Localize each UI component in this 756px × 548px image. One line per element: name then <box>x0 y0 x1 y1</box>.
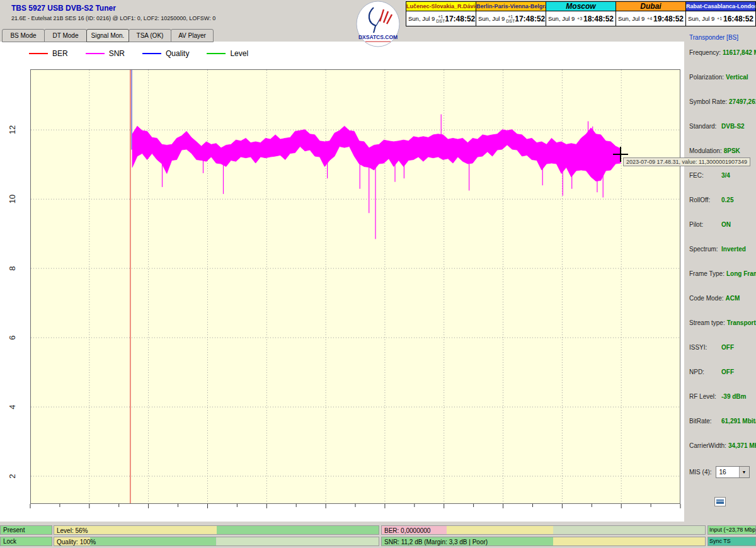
field-value: Long Frame <box>726 270 756 277</box>
tab-bar: BS ModeDT ModeSignal Mon.TSA (OK)AV Play… <box>3 29 214 42</box>
field-fec: FEC:3/4 <box>684 171 756 196</box>
clock-offset: +1DST <box>436 14 445 23</box>
field-label: Standard: <box>689 123 719 130</box>
clock-time: Sun, Jul 9+116:48:52 <box>686 11 755 26</box>
app-window: TBS 5927 USB DVB-S2 Tuner 21.6E - Eutels… <box>0 0 756 548</box>
clock-moscow: MoscowSun, Jul 9+318:48:52 <box>546 1 616 26</box>
field-value: 0.25 <box>721 197 733 203</box>
tab-tsa-ok[interactable]: TSA (OK) <box>129 29 171 42</box>
progress-segment <box>447 526 553 534</box>
progress-segment <box>553 537 705 545</box>
progress-segment <box>90 537 217 545</box>
clock-berlin-paris-vienna-belgrade: Berlin-Paris-Vienna-BelgradeSun, Jul 9+1… <box>476 1 546 26</box>
clock-time-value: 19:48:52 <box>653 14 684 23</box>
field-value: Inverted <box>721 246 746 253</box>
progress-ber: BER: 0,0000000 <box>381 525 706 535</box>
status-present: Present <box>0 525 52 535</box>
mis-value: 16 <box>716 469 739 476</box>
table-list-button[interactable] <box>714 497 726 506</box>
title-block: TBS 5927 USB DVB-S2 Tuner 21.6E - Eutels… <box>11 4 215 21</box>
field-value: 3/4 <box>721 172 730 179</box>
field-frequency: Frequency:11617,842 MHz <box>684 49 756 73</box>
clock-dst-flag: DST <box>506 19 515 23</box>
legend-line-ber <box>29 53 48 54</box>
field-value: 61,291 Mbit/s <box>721 418 756 425</box>
svg-text:DXSATCS.COM: DXSATCS.COM <box>358 34 398 40</box>
clock-date: Sun, Jul 9 <box>408 15 435 22</box>
field-value: Vertical <box>726 74 748 81</box>
field-label: Modulation: <box>689 147 722 154</box>
field-label: Polarization: <box>689 74 724 81</box>
field-label: Spectrum: <box>689 246 719 253</box>
legend-item-ber: BER <box>29 49 68 58</box>
field-code-mode: Code Mode:ACM <box>684 294 756 319</box>
window-subtitle: 21.6E - Eutelsat 21B SES 16 (ID: 0216) @… <box>11 15 215 21</box>
field-label: Frame Type: <box>689 270 724 277</box>
clock-time-value: 17:48:52 <box>515 14 545 23</box>
legend-item-quality: Quality <box>142 49 189 58</box>
field-value: ACM <box>725 295 740 302</box>
snr-chart-svg <box>30 69 680 515</box>
tab-dt-mode[interactable]: DT Mode <box>44 29 87 42</box>
field-label: CarrierWidth: <box>689 442 726 449</box>
clock-lu-enec-slovakia-r-d-vid: Lučenec-Slovakia_R.DávidSun, Jul 9+1DST1… <box>406 1 476 26</box>
field-value: 11617,842 MHz <box>723 49 756 56</box>
tab-signal-mon[interactable]: Signal Mon. <box>86 29 129 42</box>
window-title: TBS 5927 USB DVB-S2 Tuner <box>11 4 215 13</box>
tab-av-player[interactable]: AV Player <box>171 29 214 42</box>
chart-panel: BERSNRQualityLevel 24681012 2023-07-09 1… <box>0 42 684 522</box>
clock-time-value: 17:48:52 <box>445 14 475 23</box>
field-polarization: Polarization:Vertical <box>684 73 756 98</box>
clock-dst-flag: DST <box>436 19 445 23</box>
clock-date: Sun, Jul 9 <box>548 15 575 22</box>
field-issyi: ISSYI:OFF <box>684 343 756 368</box>
clock-date: Sun, Jul 9 <box>688 15 714 22</box>
field-standard: Standard:DVB-S2 <box>684 122 756 147</box>
clock-city-label: Lučenec-Slovakia_R.Dávid <box>406 2 476 11</box>
field-spectrum: Spectrum:Inverted <box>684 245 756 270</box>
field-npd: NPD:OFF <box>684 368 756 392</box>
progress-level: Level: 56% <box>54 525 379 535</box>
mis-select[interactable]: 16 ▼ <box>716 466 750 478</box>
progress-snr: SNR: 11,2 dB (Margin: 3,3 dB | Poor) <box>381 537 706 546</box>
clock-utc-offset: +1 <box>506 14 515 19</box>
progress-quality: Quality: 100% <box>54 537 379 546</box>
clock-time: Sun, Jul 9+318:48:52 <box>546 11 616 26</box>
field-label: NPD: <box>689 368 719 375</box>
clock-offset: +1DST <box>506 14 515 23</box>
status-lock: Lock <box>0 537 52 546</box>
clock-utc-offset: +1 <box>716 16 723 21</box>
chart-tooltip: 2023-07-09 17.48.31, value: 11,300000190… <box>623 157 750 166</box>
snr-plot[interactable]: 2023-07-09 17.48.31, value: 11,300000190… <box>30 69 680 515</box>
tab-bs-mode[interactable]: BS Mode <box>2 29 45 42</box>
clock-utc-offset: +1 <box>436 14 445 19</box>
status-row2: LockQuality: 100%SNR: 11,2 dB (Margin: 3… <box>0 537 756 546</box>
legend-line-level <box>207 53 226 54</box>
field-pilot: Pilot:ON <box>684 220 756 245</box>
field-label: Symbol Rate: <box>689 98 727 105</box>
legend-line-quality <box>142 53 161 54</box>
legend-label: Quality <box>166 49 189 58</box>
crosshair-icon <box>620 147 621 162</box>
field-value: OFF <box>721 344 734 351</box>
progress-label: BER: 0,0000000 <box>384 527 430 535</box>
field-label: BitRate: <box>689 418 719 425</box>
clock-utc-offset: +4 <box>646 16 653 21</box>
y-tick-6: 6 <box>8 331 21 345</box>
status-sync-ts: Sync TS <box>707 537 756 546</box>
transponder-fields: Frequency:11617,842 MHzPolarization:Vert… <box>684 49 756 466</box>
field-rolloff: RollOff:0.25 <box>684 196 756 220</box>
field-label: Stream type: <box>689 319 725 326</box>
mis-row: MIS (4): 16 ▼ <box>684 466 756 478</box>
clock-city-label: Berlin-Paris-Vienna-Belgrade <box>476 2 546 11</box>
field-label: Code Mode: <box>689 295 723 302</box>
field-value: DVB-S2 <box>721 123 745 130</box>
field-label: ISSYI: <box>689 344 719 351</box>
field-value: OFF <box>721 368 734 375</box>
legend-label: Level <box>230 49 248 58</box>
mis-label: MIS (4): <box>689 469 712 476</box>
field-symbol-rate: Symbol Rate:27497,261 KS/s <box>684 98 756 122</box>
progress-label: Level: 56% <box>57 527 88 535</box>
clock-date: Sun, Jul 9 <box>478 15 505 22</box>
chevron-down-icon[interactable]: ▼ <box>739 467 749 477</box>
